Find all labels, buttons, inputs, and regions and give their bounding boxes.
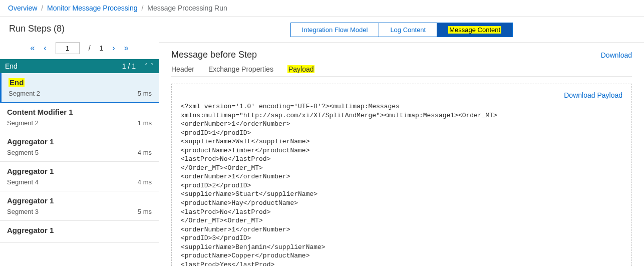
- step-meta: Segment 21 ms: [7, 119, 152, 127]
- pager: « ‹ / 1 › »: [0, 39, 159, 59]
- download-payload-link[interactable]: Download Payload: [564, 91, 622, 99]
- step-meta: Segment 25 ms: [9, 90, 152, 97]
- section-bar: End 1 / 1 ˄ ˅: [0, 59, 159, 73]
- breadcrumb-monitor[interactable]: Monitor Message Processing: [47, 4, 138, 12]
- pager-first-icon[interactable]: «: [30, 44, 35, 53]
- payload-text: <?xml version='1.0' encoding='UTF-8'?><m…: [181, 102, 622, 266]
- section-bar-count: 1 / 1: [122, 62, 136, 70]
- step-list[interactable]: EndSegment 25 msContent Modifier 1Segmen…: [0, 73, 159, 266]
- pager-last-icon[interactable]: »: [124, 44, 129, 53]
- content-pane: Integration Flow ModelLog ContentMessage…: [159, 17, 644, 266]
- step-item[interactable]: Aggregator 1Segment 54 ms: [0, 132, 159, 162]
- breadcrumb-current: Message Processing Run: [147, 4, 227, 12]
- sub-tabs: HeaderExchange PropertiesPayload: [171, 65, 632, 77]
- breadcrumb-overview[interactable]: Overview: [8, 4, 37, 12]
- view-tabs-bar: Integration Flow ModelLog ContentMessage…: [159, 17, 644, 43]
- step-time: 5 ms: [138, 90, 152, 97]
- payload-container: Download Payload <?xml version='1.0' enc…: [171, 84, 632, 266]
- sub-tab[interactable]: Exchange Properties: [208, 65, 273, 73]
- step-item[interactable]: EndSegment 25 ms: [0, 73, 159, 103]
- breadcrumb: Overview / Monitor Message Processing / …: [0, 0, 644, 17]
- step-segment: Segment 5: [7, 149, 39, 156]
- download-link[interactable]: Download: [601, 51, 632, 59]
- view-tabs: Integration Flow ModelLog ContentMessage…: [290, 23, 513, 37]
- step-segment: Segment 3: [7, 208, 39, 215]
- breadcrumb-sep: /: [141, 4, 143, 12]
- step-item[interactable]: Aggregator 1: [0, 221, 159, 243]
- chevron-up-icon[interactable]: ˄: [145, 63, 148, 70]
- pager-prev-icon[interactable]: ‹: [44, 44, 46, 53]
- pager-total: 1: [100, 44, 104, 52]
- step-meta: Segment 35 ms: [7, 208, 152, 215]
- run-steps-header: Run Steps (8): [0, 17, 159, 39]
- pager-input[interactable]: [56, 42, 80, 54]
- step-item[interactable]: Aggregator 1Segment 44 ms: [0, 162, 159, 191]
- pager-slash: /: [89, 44, 91, 52]
- step-item[interactable]: Aggregator 1Segment 35 ms: [0, 191, 159, 221]
- view-tab[interactable]: Log Content: [379, 23, 437, 37]
- step-meta: Segment 54 ms: [7, 149, 152, 156]
- view-tab[interactable]: Integration Flow Model: [291, 23, 380, 37]
- step-name: End: [9, 78, 152, 87]
- section-bar-title: End: [5, 62, 122, 70]
- step-segment: Segment 2: [9, 90, 40, 97]
- pager-next-icon[interactable]: ›: [112, 44, 115, 53]
- content-heading: Message before Step: [171, 50, 257, 60]
- run-steps-title: Run Steps (8): [9, 24, 150, 34]
- step-segment: Segment 2: [7, 119, 39, 127]
- run-steps-panel: Run Steps (8) « ‹ / 1 › » End 1 / 1 ˄ ˅ …: [0, 17, 159, 266]
- step-time: 1 ms: [138, 119, 152, 127]
- content-header: Message before Step Download: [171, 50, 632, 60]
- chevron-down-icon[interactable]: ˅: [151, 63, 154, 70]
- step-name: Content Modifier 1: [7, 108, 152, 116]
- step-name: Aggregator 1: [7, 167, 152, 175]
- view-tab[interactable]: Message Content: [437, 23, 512, 37]
- sub-tab[interactable]: Header: [171, 65, 194, 73]
- step-time: 4 ms: [138, 178, 152, 186]
- sub-tab[interactable]: Payload: [287, 65, 315, 73]
- step-time: 4 ms: [138, 149, 152, 156]
- step-item[interactable]: Content Modifier 1Segment 21 ms: [0, 103, 159, 132]
- step-name: Aggregator 1: [7, 196, 152, 205]
- step-segment: Segment 4: [7, 178, 39, 186]
- breadcrumb-sep: /: [41, 4, 43, 12]
- step-meta: Segment 44 ms: [7, 178, 152, 186]
- step-time: 5 ms: [138, 208, 152, 215]
- step-name: Aggregator 1: [7, 137, 152, 146]
- step-name: Aggregator 1: [7, 226, 152, 234]
